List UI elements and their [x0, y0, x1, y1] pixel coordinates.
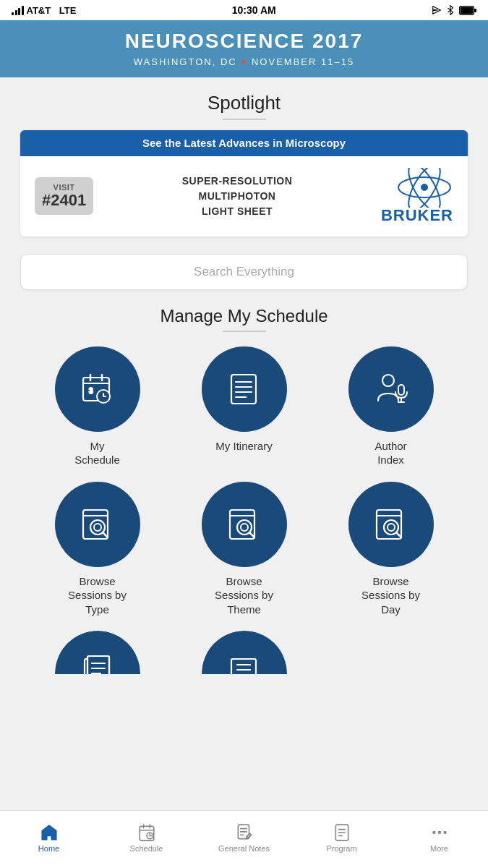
my-schedule-label: MySchedule	[74, 439, 120, 467]
browse-theme-item[interactable]: BrowseSessions byTheme	[174, 482, 314, 617]
my-schedule-item[interactable]: 3 MySchedule	[27, 346, 167, 467]
schedule-grid: 3 MySchedule My Itinerary	[20, 346, 468, 617]
nav-program[interactable]: Program	[293, 823, 390, 853]
svg-rect-43	[87, 656, 109, 674]
schedule-divider	[223, 331, 266, 332]
svg-point-30	[94, 524, 101, 531]
svg-point-69	[432, 831, 435, 834]
visit-number: #2401	[42, 192, 86, 209]
time-label: 10:30 AM	[232, 4, 276, 16]
schedule-section: Manage My Schedule	[0, 302, 488, 682]
bluetooth-icon	[445, 5, 455, 15]
list-lines-icon	[224, 369, 265, 409]
svg-rect-4	[461, 7, 473, 14]
partial-item-2[interactable]	[174, 631, 314, 674]
bottom-nav: Home Schedule General Notes	[0, 810, 488, 868]
ad-card[interactable]: See the Latest Advances in Microscopy VI…	[20, 130, 468, 237]
svg-point-9	[421, 184, 428, 191]
svg-point-71	[443, 831, 446, 834]
spotlight-title: Spotlight	[20, 92, 468, 114]
browse-theme-icon-circle	[202, 482, 287, 567]
browse-theme-label: BrowseSessions byTheme	[215, 574, 273, 617]
ad-logo: BRUKER	[381, 168, 453, 225]
bruker-logo-svg	[395, 168, 453, 208]
nav-home-label: Home	[38, 844, 59, 853]
nav-schedule-label: Schedule	[130, 844, 163, 853]
ad-card-header: See the Latest Advances in Microscopy	[20, 130, 468, 156]
partial-icon-row	[20, 631, 468, 674]
browse-day-item[interactable]: BrowseSessions byDay	[321, 482, 461, 617]
svg-point-23	[382, 375, 394, 386]
conference-subtitle: WASHINGTON, DC • NOVEMBER 11–15	[14, 56, 474, 69]
spotlight-divider	[223, 119, 266, 120]
program-icon	[333, 823, 351, 842]
nav-schedule[interactable]: Schedule	[98, 823, 195, 853]
svg-text:3: 3	[89, 387, 93, 395]
location-icon	[432, 5, 442, 15]
notes-icon	[235, 823, 254, 842]
my-itinerary-item[interactable]: My Itinerary	[174, 346, 314, 467]
search-book-theme-icon	[224, 504, 265, 545]
search-book-day-icon	[371, 504, 411, 545]
my-itinerary-label: My Itinerary	[215, 439, 272, 454]
partial-item-1[interactable]	[27, 631, 167, 674]
person-mic-icon	[371, 369, 411, 409]
nav-home[interactable]: Home	[0, 823, 98, 853]
author-index-label: AuthorIndex	[374, 439, 406, 467]
svg-point-40	[388, 524, 395, 531]
status-bar: AT&T LTE 10:30 AM	[0, 0, 488, 20]
ad-card-body: VISIT #2401 SUPER-RESOLUTION MULTIPHOTON…	[20, 156, 468, 237]
nav-program-label: Program	[326, 844, 356, 853]
svg-rect-24	[398, 385, 404, 395]
author-index-item[interactable]: AuthorIndex	[321, 346, 461, 467]
schedule-nav-icon	[137, 823, 156, 842]
svg-point-35	[241, 524, 248, 531]
network-label: LTE	[59, 5, 77, 16]
svg-point-70	[437, 831, 440, 834]
signal-icon	[12, 6, 24, 15]
main-content: Spotlight See the Latest Advances in Mic…	[0, 77, 488, 740]
ad-description: SUPER-RESOLUTION MULTIPHOTON LIGHT SHEET	[105, 174, 369, 219]
svg-rect-48	[231, 659, 256, 674]
bruker-text: BRUKER	[381, 206, 453, 225]
search-section	[0, 248, 488, 302]
my-schedule-icon-circle: 3	[55, 346, 140, 432]
nav-notes-label: General Notes	[218, 844, 270, 853]
dot-separator: •	[241, 56, 247, 69]
home-icon	[40, 823, 59, 842]
svg-line-64	[246, 836, 247, 838]
svg-rect-5	[474, 9, 476, 12]
layers-icon	[77, 653, 118, 674]
browse-day-icon-circle	[348, 482, 434, 567]
partial-spacer	[321, 631, 461, 674]
nav-more-label: More	[430, 844, 448, 853]
more-icon	[430, 823, 449, 842]
browse-type-label: BrowseSessions byType	[68, 574, 127, 617]
battery-icon	[459, 6, 476, 15]
ad-header-text: See the Latest Advances in Microscopy	[142, 137, 346, 149]
conference-location: WASHINGTON, DC	[134, 56, 237, 67]
browse-type-item[interactable]: BrowseSessions byType	[27, 482, 167, 617]
poster-icon	[224, 653, 265, 674]
search-book-type-icon	[77, 504, 118, 545]
browse-type-icon-circle	[55, 482, 140, 567]
my-itinerary-icon-circle	[202, 346, 287, 432]
svg-rect-18	[231, 375, 256, 404]
browse-day-label: BrowseSessions byDay	[361, 574, 420, 617]
carrier-label: AT&T	[27, 5, 51, 16]
status-icons	[432, 5, 476, 15]
ad-visit-badge: VISIT #2401	[35, 177, 93, 215]
header-banner: NEUROSCIENCE 2017 WASHINGTON, DC • NOVEM…	[0, 20, 488, 77]
svg-marker-0	[433, 7, 441, 14]
spotlight-section: Spotlight See the Latest Advances in Mic…	[0, 77, 488, 248]
conference-dates: NOVEMBER 11–15	[252, 56, 354, 67]
calendar-clock-icon: 3	[77, 369, 118, 409]
search-input[interactable]	[20, 254, 468, 290]
nav-more[interactable]: More	[390, 823, 488, 853]
conference-title: NEUROSCIENCE 2017	[14, 30, 474, 53]
schedule-section-title: Manage My Schedule	[20, 306, 468, 326]
author-index-icon-circle	[348, 346, 434, 432]
nav-notes[interactable]: General Notes	[195, 823, 293, 853]
